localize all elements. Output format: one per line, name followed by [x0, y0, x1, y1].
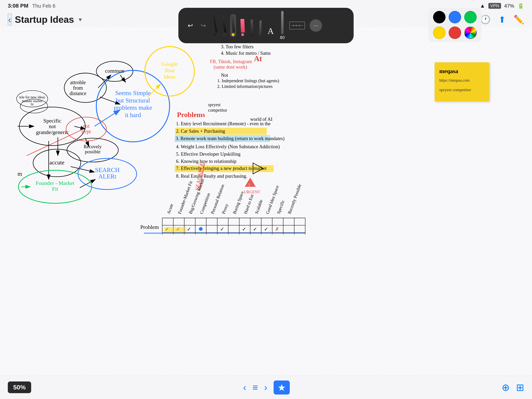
svg-text:Acute: Acute — [166, 203, 174, 214]
text-icon: A — [267, 26, 274, 36]
svg-text:✓: ✓ — [253, 226, 257, 232]
sticky-note-title: meqasa — [439, 67, 484, 75]
redo-icon: ↪ — [201, 22, 206, 29]
grid-icon: ⊞ — [516, 382, 524, 393]
svg-text:Founder - Market: Founder - Market — [36, 180, 74, 186]
svg-text:distance: distance — [70, 90, 86, 96]
sticky-note-url: https://meqasa.com — [439, 77, 484, 83]
svg-text:Ideas: Ideas — [164, 74, 176, 80]
pen-tool-5[interactable] — [249, 19, 255, 37]
svg-text:not: not — [83, 123, 89, 129]
status-left: 3:08 PM Thu Feb 6 — [8, 3, 55, 9]
svg-text:2. Limited information/picture: 2. Limited information/pictures — [217, 84, 273, 89]
color-yellow[interactable] — [433, 26, 446, 39]
size-slider[interactable] — [281, 11, 284, 34]
pen-tool-4[interactable] — [239, 18, 246, 37]
pen-2-color — [223, 33, 226, 36]
svg-text:(same dont work): (same dont work) — [214, 64, 247, 70]
ruler-section — [289, 22, 305, 29]
svg-text:Recovely: Recovely — [84, 144, 102, 149]
page-list-button[interactable]: ≡ — [253, 382, 258, 393]
svg-text:Specific: Specific — [43, 118, 61, 124]
pen-1-color — [214, 33, 216, 36]
svg-text:common: common — [105, 68, 124, 74]
share-icon: ⬆ — [499, 15, 506, 24]
nav-title: Startup Ideas — [15, 14, 74, 25]
prev-page-button[interactable]: ‹ — [243, 382, 246, 393]
svg-text:✗: ✗ — [275, 226, 279, 232]
pen-tool-1[interactable] — [212, 16, 218, 37]
vpn-label: VPN — [488, 3, 501, 9]
nav-right: 🕐 ⬆ ✏️ — [480, 14, 524, 25]
pen-tools: A — [212, 14, 275, 37]
toolbar: ↩ ↪ — [178, 8, 354, 43]
svg-rect-126 — [164, 227, 175, 232]
more-tools-button[interactable]: ··· — [310, 19, 322, 32]
pen-tool-3[interactable] — [230, 14, 236, 37]
edit-button[interactable]: ✏️ — [513, 14, 524, 25]
svg-text:Google: Google — [161, 61, 177, 67]
undo-button[interactable]: ↩ — [186, 20, 195, 31]
back-button[interactable]: ‹ — [8, 14, 12, 25]
color-red[interactable] — [449, 26, 461, 39]
clock-icon: 🕐 — [480, 15, 491, 24]
svg-text:3. Too few filters: 3. Too few filters — [221, 44, 254, 49]
svg-text:competitor: competitor — [208, 108, 227, 113]
size-value: 80 — [280, 35, 285, 40]
zoom-label[interactable]: 50% — [8, 381, 31, 393]
pen-4-color — [241, 33, 244, 36]
svg-text:SEARCH: SEARCH — [95, 166, 120, 174]
zoom-control[interactable]: 50% — [8, 384, 31, 391]
svg-text:possible: possible — [85, 149, 101, 154]
svg-text:world of AI: world of AI — [250, 116, 272, 122]
battery-icon: 🔋 — [517, 3, 524, 9]
canvas-area[interactable]: attroble from distance common Seems Simp… — [0, 27, 532, 376]
bookmark-icon: ★ — [278, 382, 286, 393]
svg-text:Problem: Problem — [140, 224, 159, 230]
svg-text:At: At — [254, 54, 262, 63]
svg-text:but Structural: but Structural — [116, 97, 150, 104]
pen-4-icon — [240, 19, 245, 33]
time: 3:08 PM — [8, 3, 28, 9]
svg-rect-127 — [175, 227, 186, 232]
pen-tool-6[interactable] — [258, 20, 263, 37]
svg-text:problems make: problems make — [114, 104, 152, 111]
color-palette — [428, 8, 481, 42]
grid-view-button[interactable]: ⊞ — [516, 382, 524, 393]
pen-3-color — [232, 33, 234, 36]
text-tool[interactable]: A — [266, 25, 275, 37]
bottom-nav: ‹ ≡ › ★ — [243, 380, 290, 394]
color-black[interactable] — [433, 11, 446, 23]
next-page-button[interactable]: › — [264, 382, 267, 393]
svg-text:Problems: Problems — [177, 111, 205, 119]
svg-text:Boring Space: Boring Space — [232, 191, 245, 214]
pen-tool-2[interactable] — [221, 15, 227, 37]
more-icon: ··· — [314, 22, 318, 29]
svg-text:✓: ✓ — [264, 226, 268, 232]
svg-text:✓: ✓ — [187, 226, 191, 232]
nav-left: ‹ Startup Ideas ▾ — [8, 14, 82, 25]
svg-text:tele for new ideas: tele for new ideas — [19, 95, 45, 99]
bottom-right: ⊕ ⊞ — [502, 382, 524, 393]
svg-text:3. Remote work team building (: 3. Remote work team building (return to … — [176, 136, 285, 141]
bookmark-button[interactable]: ★ — [274, 380, 290, 394]
back-icon: ‹ — [8, 14, 11, 25]
svg-text:4. Weight Loss Effectively (No: 4. Weight Loss Effectively (Non Substanc… — [176, 144, 280, 149]
sticky-note: meqasa https://meqasa.com spryest compet… — [435, 62, 489, 101]
svg-text:grande/generic: grande/generic — [36, 129, 69, 135]
color-blue[interactable] — [449, 11, 461, 23]
svg-text:attroble: attroble — [70, 80, 86, 85]
svg-text:FB, Tiktok, Instagram: FB, Tiktok, Instagram — [210, 59, 252, 64]
nav-chevron-icon[interactable]: ▾ — [79, 16, 82, 23]
svg-text:it hard: it hard — [125, 111, 141, 118]
svg-text:1. Entry level Recruitment (Re: 1. Entry level Recruitment (Remote) - ev… — [176, 121, 271, 126]
svg-point-116 — [199, 227, 203, 231]
svg-text:not: not — [49, 123, 56, 129]
svg-text:!: ! — [248, 183, 250, 187]
share-button[interactable]: ⬆ — [499, 15, 506, 25]
history-button[interactable]: 🕐 — [480, 14, 491, 25]
color-more-button[interactable] — [464, 26, 477, 39]
redo-button[interactable]: ↪ — [199, 20, 208, 31]
graph-view-button[interactable]: ⊕ — [502, 382, 510, 393]
color-green[interactable] — [464, 11, 477, 23]
